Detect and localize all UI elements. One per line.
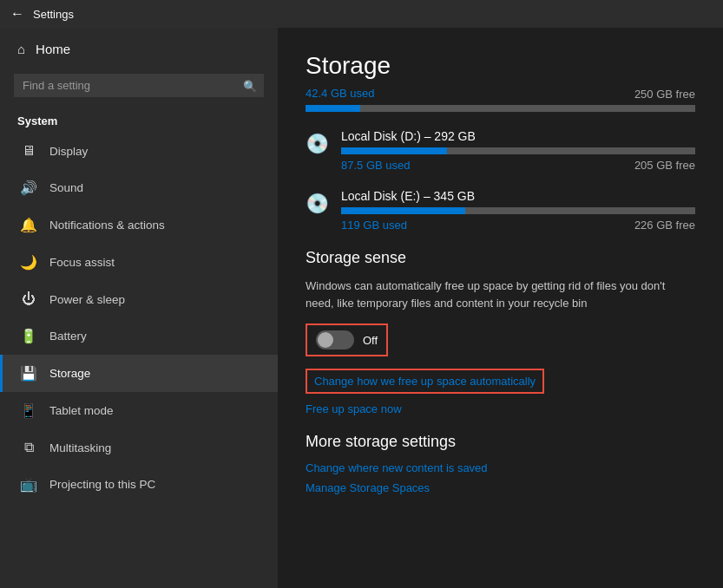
search-input[interactable] — [14, 74, 264, 97]
main-storage-bar — [306, 105, 695, 112]
sidebar-label-notifications: Notifications & actions — [49, 219, 165, 232]
sidebar-item-sound[interactable]: 🔊 Sound — [0, 169, 278, 206]
main-storage-section: 42.4 GB used 250 GB free — [306, 87, 695, 112]
toggle-knob — [318, 332, 333, 348]
disk-free-1: 226 GB free — [634, 219, 695, 232]
title-bar-title: Settings — [33, 8, 74, 21]
storage-sense-section: Storage sense Windows can automatically … — [306, 249, 695, 415]
sidebar-icon-projecting: 📺 — [20, 476, 37, 493]
sidebar-label-tablet: Tablet mode — [49, 404, 114, 417]
disk-icon-1: 💿 — [306, 193, 329, 215]
disk-info-1: Local Disk (E:) – 345 GB 119 GB used 226… — [341, 189, 695, 232]
disk-bar-bg-0 — [341, 147, 695, 154]
title-bar: ← Settings — [0, 0, 723, 28]
sidebar-home[interactable]: ⌂ Home — [0, 28, 278, 70]
sidebar-item-battery[interactable]: 🔋 Battery — [0, 317, 278, 355]
change-space-link[interactable]: Change how we free up space automaticall… — [306, 369, 544, 394]
sidebar-section-title: System — [0, 108, 278, 133]
disk-used-0: 87.5 GB used — [341, 159, 411, 172]
disk-stats-1: 119 GB used 226 GB free — [341, 219, 695, 232]
sidebar-item-power[interactable]: ⏻ Power & sleep — [0, 281, 278, 317]
disk-name-0: Local Disk (D:) – 292 GB — [341, 129, 695, 143]
sidebar-label-projecting: Projecting to this PC — [49, 478, 155, 491]
more-storage-link-1[interactable]: Manage Storage Spaces — [306, 481, 695, 494]
sidebar-item-multitasking[interactable]: ⧉ Multitasking — [0, 429, 278, 466]
sidebar-icon-focus: 🌙 — [20, 254, 37, 271]
main-layout: ⌂ Home 🔍 System 🖥 Display 🔊 Sound 🔔 Noti… — [0, 28, 723, 588]
more-storage-title: More storage settings — [306, 433, 695, 451]
sidebar-label-display: Display — [49, 145, 88, 158]
disk-bar-fill-0 — [341, 147, 447, 154]
sidebar-icon-sound: 🔊 — [20, 180, 37, 196]
more-storage-links: Change where new content is savedManage … — [306, 461, 695, 494]
more-storage-section: More storage settings Change where new c… — [306, 433, 695, 494]
content-area: Storage 42.4 GB used 250 GB free 💿 Local… — [278, 28, 723, 588]
sidebar-item-projecting[interactable]: 📺 Projecting to this PC — [0, 466, 278, 503]
sidebar-item-notifications[interactable]: 🔔 Notifications & actions — [0, 206, 278, 244]
sidebar-item-display[interactable]: 🖥 Display — [0, 133, 278, 169]
sidebar-items-list: 🖥 Display 🔊 Sound 🔔 Notifications & acti… — [0, 133, 278, 503]
main-storage-bar-fill — [306, 105, 360, 112]
search-icon: 🔍 — [243, 79, 257, 92]
sidebar-label-power: Power & sleep — [49, 293, 125, 306]
page-title: Storage — [306, 52, 695, 80]
free-up-space-link[interactable]: Free up space now — [306, 402, 695, 415]
sidebar-label-sound: Sound — [49, 181, 83, 194]
home-icon: ⌂ — [17, 42, 25, 56]
sidebar-icon-display: 🖥 — [20, 143, 37, 159]
main-storage-used: 42.4 GB used — [306, 87, 375, 100]
more-storage-link-0[interactable]: Change where new content is saved — [306, 461, 695, 474]
storage-sense-toggle[interactable] — [316, 330, 354, 350]
toggle-label: Off — [363, 334, 378, 347]
home-label: Home — [36, 42, 70, 56]
storage-sense-desc: Windows can automatically free up space … — [306, 278, 687, 311]
sidebar-item-storage[interactable]: 💾 Storage — [0, 355, 278, 392]
sidebar-icon-notifications: 🔔 — [20, 217, 37, 233]
sidebar-label-focus: Focus assist — [49, 256, 115, 269]
disk-sections: 💿 Local Disk (D:) – 292 GB 87.5 GB used … — [306, 129, 695, 232]
disk-bar-fill-1 — [341, 207, 465, 214]
sidebar-icon-tablet: 📱 — [20, 402, 37, 419]
back-button[interactable]: ← — [10, 6, 24, 22]
sidebar-item-focus[interactable]: 🌙 Focus assist — [0, 244, 278, 281]
disk-info-0: Local Disk (D:) – 292 GB 87.5 GB used 20… — [341, 129, 695, 172]
toggle-row: Off — [306, 323, 388, 356]
sidebar-item-tablet[interactable]: 📱 Tablet mode — [0, 392, 278, 429]
sidebar-label-multitasking: Multitasking — [49, 441, 111, 454]
disk-stats-0: 87.5 GB used 205 GB free — [341, 159, 695, 172]
disk-section-0: 💿 Local Disk (D:) – 292 GB 87.5 GB used … — [306, 129, 695, 172]
sidebar-icon-multitasking: ⧉ — [20, 440, 37, 455]
disk-section-1: 💿 Local Disk (E:) – 345 GB 119 GB used 2… — [306, 189, 695, 232]
sidebar-search-container: 🔍 — [14, 74, 264, 97]
disk-free-0: 205 GB free — [634, 159, 695, 172]
sidebar-label-battery: Battery — [49, 330, 87, 343]
main-storage-free: 250 GB free — [634, 88, 695, 101]
disk-name-1: Local Disk (E:) – 345 GB — [341, 189, 695, 203]
sidebar-label-storage: Storage — [49, 367, 90, 380]
storage-sense-title: Storage sense — [306, 249, 695, 267]
disk-icon-0: 💿 — [306, 133, 329, 155]
disk-bar-bg-1 — [341, 207, 695, 214]
disk-used-1: 119 GB used — [341, 219, 407, 232]
sidebar-icon-storage: 💾 — [20, 365, 37, 382]
sidebar-icon-battery: 🔋 — [20, 328, 37, 344]
sidebar-icon-power: ⏻ — [20, 291, 37, 307]
sidebar: ⌂ Home 🔍 System 🖥 Display 🔊 Sound 🔔 Noti… — [0, 28, 278, 588]
